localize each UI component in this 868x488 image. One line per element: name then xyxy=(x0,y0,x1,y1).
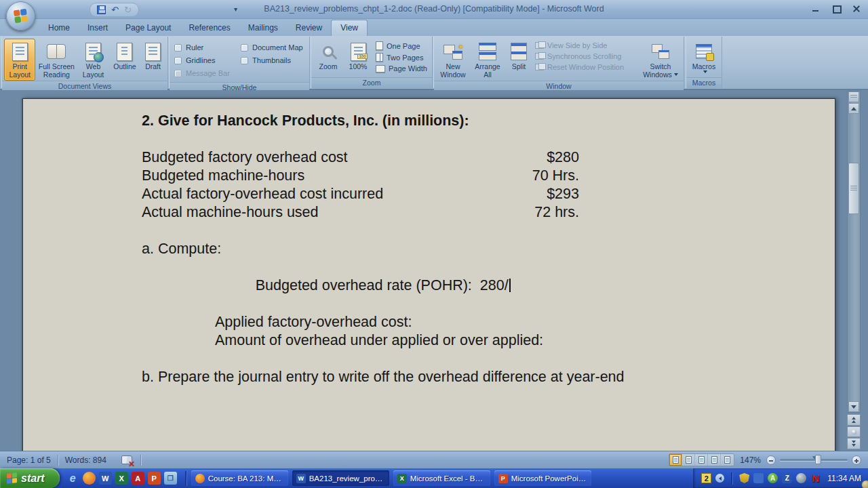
task-button-browser[interactable]: Course: BA 213: Man... xyxy=(191,470,288,486)
macros-button[interactable]: Macros xyxy=(688,39,719,75)
close-button[interactable] xyxy=(852,5,861,13)
tray-tools-icon[interactable] xyxy=(753,473,764,483)
arrange-all-button[interactable]: Arrange All xyxy=(470,39,505,81)
zoom-slider-track[interactable] xyxy=(780,459,848,461)
status-print-layout-button[interactable] xyxy=(669,454,682,466)
tray-z-icon[interactable]: Z xyxy=(782,473,792,483)
double-down-icon xyxy=(852,441,856,443)
undo-icon[interactable]: ↶ xyxy=(111,5,119,14)
save-icon[interactable] xyxy=(97,5,106,14)
office-button[interactable] xyxy=(6,1,35,30)
hide-icons-chevron[interactable] xyxy=(715,474,724,483)
draft-button[interactable]: Draft xyxy=(140,39,165,73)
tab-page-layout[interactable]: Page Layout xyxy=(117,20,180,36)
two-pages-button[interactable]: Two Pages xyxy=(374,53,429,62)
status-outline-button[interactable] xyxy=(708,454,721,466)
one-page-icon xyxy=(376,41,383,50)
synchronous-scrolling-button: Synchronous Scrolling xyxy=(534,52,638,60)
row-label: Budgeted machine-hours xyxy=(142,167,304,185)
firefox-icon[interactable] xyxy=(83,472,96,485)
double-up-icon xyxy=(852,417,856,420)
ribbon-tab-bar: Home Insert Page Layout References Maili… xyxy=(0,19,868,36)
new-window-button[interactable]: ✶ New Window xyxy=(436,39,470,81)
full-screen-reading-button[interactable]: Full Screen Reading xyxy=(35,39,77,81)
doc-heading: 2. Give for Hancock Products, Inc. (in m… xyxy=(142,112,835,130)
outline-button[interactable]: Outline xyxy=(109,39,140,73)
zoom-slider-thumb[interactable] xyxy=(815,455,821,464)
word-icon[interactable]: W xyxy=(99,472,112,485)
start-button[interactable]: start xyxy=(0,468,60,488)
quick-access-toolbar: ↶ ↻ xyxy=(90,3,139,17)
page-100-icon: 100 xyxy=(351,43,366,61)
tray-globe-icon[interactable] xyxy=(861,480,868,488)
draft-icon xyxy=(724,456,730,464)
zoom-level[interactable]: 147% xyxy=(740,455,761,465)
web-layout-icon xyxy=(698,456,705,464)
taskbar: start e W X A P ❐ Course: BA 213: Man...… xyxy=(0,468,868,488)
print-layout-button[interactable]: Print Layout xyxy=(4,39,35,81)
doc-row: Budgeted factory overhead cost $280 xyxy=(142,148,579,167)
group-document-views: Print Layout Full Screen Reading Web Lay… xyxy=(1,37,168,88)
status-full-screen-button[interactable] xyxy=(682,454,695,466)
select-browse-object-button[interactable] xyxy=(847,426,861,438)
tab-mailings[interactable]: Mailings xyxy=(239,20,287,36)
task-button-word[interactable]: W BA213_review_probl... xyxy=(292,470,389,486)
acrobat-icon[interactable]: A xyxy=(132,472,144,485)
checkbox-gridlines[interactable]: Gridlines xyxy=(174,56,235,64)
restore-button[interactable] xyxy=(831,5,841,13)
tab-insert[interactable]: Insert xyxy=(79,20,117,36)
tray-agent-icon[interactable]: A xyxy=(768,473,778,483)
tray-orb-icon[interactable] xyxy=(796,473,806,483)
macros-icon xyxy=(696,44,712,59)
task-button-excel[interactable]: X Microsoft Excel - BA2... xyxy=(393,470,490,486)
one-page-button[interactable]: One Page xyxy=(374,41,429,50)
internet-explorer-icon[interactable]: e xyxy=(66,472,79,485)
ruler-toggle-button[interactable] xyxy=(848,92,859,102)
vertical-scrollbar[interactable] xyxy=(847,91,861,413)
scroll-up-button[interactable] xyxy=(848,103,859,114)
redo-icon[interactable]: ↻ xyxy=(124,5,132,14)
page-indicator[interactable]: Page: 1 of 5 xyxy=(0,455,58,465)
tray-netware-icon[interactable]: N xyxy=(810,473,821,483)
task-button-powerpoint[interactable]: P Microsoft PowerPoint ... xyxy=(494,470,591,486)
next-page-button[interactable] xyxy=(847,438,861,449)
print-layout-icon xyxy=(12,43,28,61)
page-width-button[interactable]: Page Width xyxy=(374,64,429,73)
word-count[interactable]: Words: 894 xyxy=(58,455,113,465)
tray-antivirus-shield-icon[interactable] xyxy=(739,473,749,483)
tab-view[interactable]: View xyxy=(331,20,368,36)
show-desktop-icon[interactable]: ❐ xyxy=(164,472,177,485)
status-draft-button[interactable] xyxy=(721,454,734,466)
outline-icon xyxy=(711,456,717,464)
qat-customize-icon[interactable]: ▾ xyxy=(234,5,237,13)
excel-icon[interactable]: X xyxy=(115,472,128,485)
zoom-out-button[interactable] xyxy=(766,455,776,465)
checkbox-document-map[interactable]: Document Map xyxy=(241,43,304,52)
view-shortcuts xyxy=(669,453,734,466)
row-value: 70 Hrs. xyxy=(532,167,579,185)
proofing-error-icon[interactable] xyxy=(121,455,132,464)
notification-count-icon[interactable]: 2 xyxy=(701,473,711,483)
powerpoint-icon: P xyxy=(498,474,508,483)
document-page[interactable]: 2. Give for Hancock Products, Inc. (in m… xyxy=(22,98,835,451)
tab-review[interactable]: Review xyxy=(287,20,331,36)
tab-home[interactable]: Home xyxy=(39,20,79,36)
checkbox-thumbnails[interactable]: Thumbnails xyxy=(241,56,304,64)
previous-page-button[interactable] xyxy=(847,414,861,426)
powerpoint-icon[interactable]: P xyxy=(148,472,161,485)
group-show-hide: Ruler Gridlines Message Bar Document Map xyxy=(169,37,310,88)
checkbox-ruler[interactable]: Ruler xyxy=(174,43,235,52)
web-layout-button[interactable]: Web Layout xyxy=(77,39,108,81)
status-web-layout-button[interactable] xyxy=(695,454,708,466)
scrollbar-thumb[interactable] xyxy=(848,163,859,214)
zoom-button[interactable]: Zoom xyxy=(313,39,343,73)
minimize-button[interactable] xyxy=(811,5,821,13)
tab-references[interactable]: References xyxy=(180,20,239,36)
globe-icon xyxy=(94,52,104,62)
split-button[interactable]: Split xyxy=(505,39,532,73)
scroll-down-button[interactable] xyxy=(848,401,859,412)
zoom-in-button[interactable] xyxy=(852,455,861,465)
zoom-100-button[interactable]: 100 100% xyxy=(343,39,373,73)
switch-windows-button[interactable]: Switch Windows xyxy=(639,39,682,81)
split-icon xyxy=(511,43,527,60)
